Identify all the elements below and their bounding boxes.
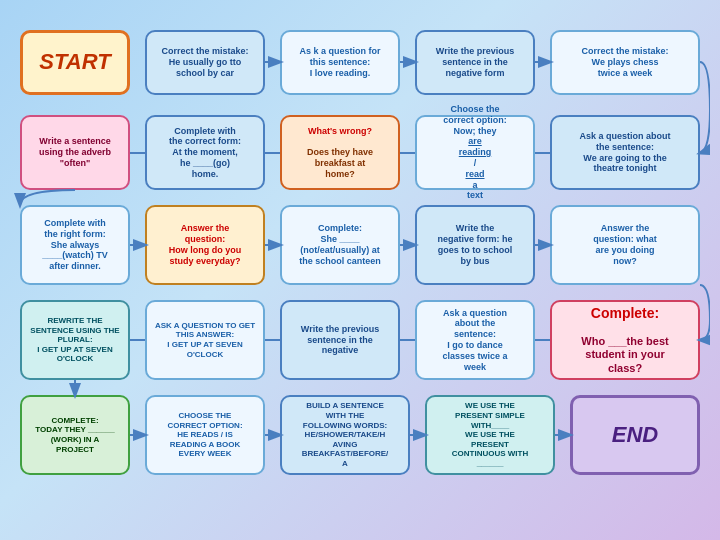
cell-r3c5: Answer thequestion: whatare you doingnow… [550,205,700,285]
cell-r1c5: Correct the mistake:We plays chesstwice … [550,30,700,95]
cell-r1c4: Write the previoussentence in thenegativ… [415,30,535,95]
cell-r5c4: WE USE THEPRESENT SIMPLEWITH____WE USE T… [425,395,555,475]
cell-r2c2: Complete withthe correct form:At the mom… [145,115,265,190]
cell-r3c3: Complete:She ____(not/eat/usually) atthe… [280,205,400,285]
start-cell: START [20,30,130,95]
cell-r2c4: Choose thecorrect option:Now; they arere… [415,115,535,190]
cell-r4c4: Ask a questionabout thesentence:I go to … [415,300,535,380]
cell-r4c3: Write the previoussentence in thenegativ… [280,300,400,380]
cell-r1c2: Correct the mistake:He usually go ttosch… [145,30,265,95]
cell-r2c5: Ask a question aboutthe sentence:We are … [550,115,700,190]
cell-r1c3: As k a question forthis sentence:I love … [280,30,400,95]
cell-r4c5: Complete:Who ___the beststudent in yourc… [550,300,700,380]
cell-r5c1: COMPLETE:TODAY THEY ______(WORK) IN APRO… [20,395,130,475]
cell-r4c2: ASK A QUESTION TO GETTHIS ANSWER:I GET U… [145,300,265,380]
cell-r2c1: Write a sentenceusing the adverb"often" [20,115,130,190]
cell-r5c2: CHOOSE THECORRECT OPTION:HE READS / ISRE… [145,395,265,475]
cell-r4c1: REWRITE THESENTENCE USING THEPLURAL:I GE… [20,300,130,380]
game-board: START Correct the mistake:He usually go … [10,10,710,530]
cell-r2c3: What's wrong?Does they havebreakfast ath… [280,115,400,190]
cell-r5c3: BUILD A SENTENCEWITH THEFOLLOWING WORDS:… [280,395,410,475]
cell-r3c1: Complete withthe right form:She always__… [20,205,130,285]
end-cell: END [570,395,700,475]
cell-r3c4: Write thenegative form: hegoes to to sch… [415,205,535,285]
cell-r3c2: Answer thequestion:How long do youstudy … [145,205,265,285]
